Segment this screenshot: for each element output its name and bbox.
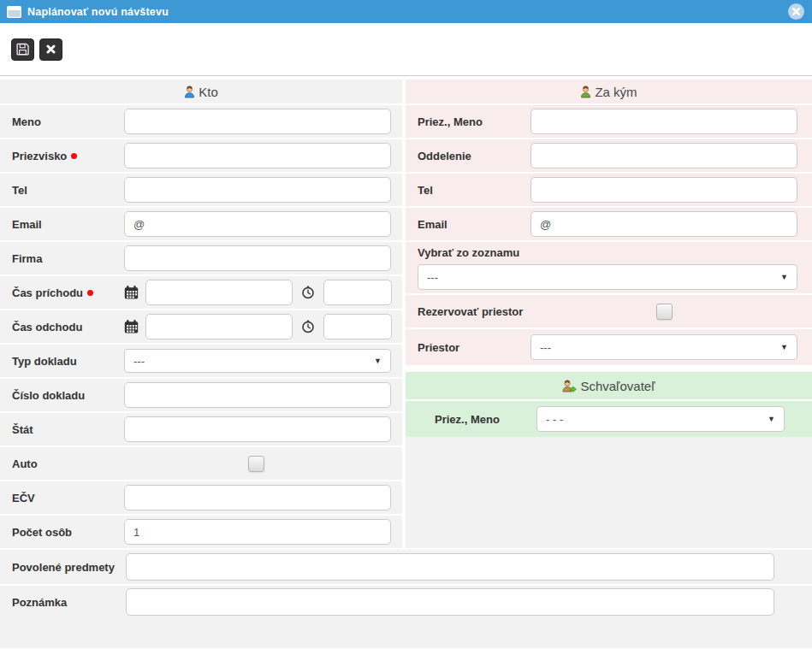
- section-kto: Kto Meno Priezvisko Tel Email: [0, 80, 402, 548]
- cas-prichodu-date-input[interactable]: [145, 280, 293, 305]
- field-row-cislo-dokladu: Číslo dokladu: [0, 377, 402, 411]
- typ-dokladu-label: Typ dokladu: [0, 355, 124, 368]
- required-indicator: [71, 153, 77, 159]
- save-button[interactable]: [11, 38, 34, 61]
- poznamka-label: Poznámka: [0, 596, 126, 609]
- dialog-close-button[interactable]: [788, 3, 804, 20]
- cancel-button[interactable]: [39, 38, 62, 61]
- field-row-priestor: Priestor --- ▼: [406, 327, 812, 365]
- visit-form: Kto Meno Priezvisko Tel Email: [0, 75, 812, 648]
- ecv-label: EČV: [0, 492, 124, 504]
- field-row-meno: Meno: [0, 103, 402, 138]
- kto-title: Kto: [199, 85, 218, 99]
- bottom-section: Povolené predmety Poznámka: [0, 548, 812, 618]
- floppy-disk-icon: [16, 43, 29, 56]
- field-row-priezvisko: Priezvisko: [0, 138, 402, 172]
- field-row-tel: Tel: [0, 172, 402, 206]
- priez-meno-label: Priez., Meno: [406, 115, 530, 128]
- cas-odchodu-date-input[interactable]: [145, 314, 293, 339]
- close-icon: [792, 8, 800, 15]
- field-row-rezervovat-priestor: Rezervovať priestor: [406, 293, 812, 327]
- window-icon: [7, 6, 21, 18]
- field-row-priez-meno: Priez., Meno: [406, 103, 812, 138]
- pocet-osob-label: Počet osôb: [0, 526, 124, 539]
- povolene-predmety-label: Povolené predmety: [0, 561, 126, 574]
- priestor-select[interactable]: --- ▼: [530, 334, 797, 360]
- stat-input[interactable]: [124, 416, 391, 442]
- poznamka-input[interactable]: [126, 588, 774, 616]
- priestor-label: Priestor: [406, 341, 530, 354]
- right-column: Za kým Priez., Meno Oddelenie Tel: [406, 80, 812, 548]
- typ-dokladu-select[interactable]: --- ▼: [124, 349, 391, 373]
- field-row-poznamka: Poznámka: [0, 584, 812, 618]
- field-row-firma: Firma: [0, 240, 402, 274]
- stat-label: Štát: [0, 423, 124, 436]
- tel-label: Tel: [0, 184, 124, 197]
- schedule-visit-dialog: Naplánovať novú návštevu: [0, 0, 812, 649]
- chevron-down-icon: ▼: [780, 343, 797, 351]
- cislo-dokladu-input[interactable]: [124, 382, 391, 408]
- cas-prichodu-time-input[interactable]: [323, 280, 392, 305]
- schvalovatel-title: Schvaľovateľ: [580, 379, 655, 393]
- field-row-stat: Štát: [0, 411, 402, 445]
- ecv-input[interactable]: [124, 485, 391, 510]
- calendar-icon[interactable]: [124, 286, 139, 299]
- field-row-ecv: EČV: [0, 480, 402, 514]
- email-input[interactable]: [124, 211, 391, 237]
- filler: [406, 437, 812, 548]
- field-row-povolene-predmety: Povolené predmety: [0, 550, 812, 584]
- firma-input[interactable]: [124, 245, 391, 271]
- vybrat-zo-zoznamu-select[interactable]: --- ▼: [418, 264, 797, 290]
- pocet-osob-input[interactable]: [124, 519, 391, 545]
- field-row-auto: Auto: [0, 445, 402, 480]
- email-host-label: Email: [406, 218, 530, 231]
- calendar-icon[interactable]: [124, 320, 139, 333]
- povolene-predmety-input[interactable]: [126, 553, 774, 581]
- person-blue-icon: [184, 86, 195, 98]
- oddelenie-label: Oddelenie: [406, 150, 530, 162]
- email-label: Email: [0, 218, 124, 231]
- meno-input[interactable]: [124, 109, 391, 134]
- dialog-title: Naplánovať novú návštevu: [27, 6, 169, 18]
- field-row-pocet-osob: Počet osôb: [0, 514, 402, 548]
- auto-checkbox[interactable]: [248, 456, 264, 472]
- field-row-tel-host: Tel: [406, 172, 812, 206]
- chevron-down-icon: ▼: [780, 273, 797, 281]
- oddelenie-input[interactable]: [530, 143, 797, 168]
- za-kym-title: Za kým: [595, 85, 637, 99]
- person-arrow-icon: [562, 380, 577, 392]
- field-row-cas-prichodu: Čas príchodu: [0, 274, 402, 309]
- divider: [406, 365, 812, 372]
- priezvisko-input[interactable]: [124, 143, 391, 168]
- priez-meno-input[interactable]: [530, 109, 797, 134]
- person-green-icon: [580, 86, 591, 98]
- tel-host-label: Tel: [406, 184, 530, 197]
- field-row-email: Email: [0, 206, 402, 240]
- cislo-dokladu-label: Číslo dokladu: [0, 389, 124, 402]
- field-row-vybrat-zo-zoznamu: Vybrať zo zoznamu --- ▼: [406, 240, 812, 293]
- schvalovatel-priez-meno-select[interactable]: - - - ▼: [536, 406, 785, 432]
- za-kym-header: Za kým: [406, 80, 812, 103]
- x-icon: [46, 44, 56, 54]
- rezervovat-priestor-checkbox[interactable]: [656, 304, 673, 320]
- field-row-cas-odchodu: Čas odchodu: [0, 309, 402, 343]
- schvalovatel-header: Schvaľovateľ: [406, 372, 812, 399]
- chevron-down-icon: ▼: [374, 357, 390, 365]
- chevron-down-icon: ▼: [768, 415, 784, 423]
- toolbar: [0, 23, 812, 75]
- tel-input[interactable]: [124, 177, 391, 203]
- cas-odchodu-label: Čas odchodu: [0, 321, 124, 333]
- email-host-input[interactable]: [530, 211, 797, 237]
- clock-icon[interactable]: [301, 320, 315, 333]
- schvalovatel-priez-meno-label: Priez., Meno: [406, 413, 536, 426]
- field-row-schvalovatel-priez-meno: Priez., Meno - - - ▼: [406, 399, 812, 437]
- kto-header: Kto: [0, 80, 402, 103]
- meno-label: Meno: [0, 115, 124, 128]
- cas-odchodu-time-input[interactable]: [323, 314, 392, 339]
- section-za-kym: Za kým Priez., Meno Oddelenie Tel: [406, 80, 812, 365]
- priezvisko-label: Priezvisko: [12, 150, 67, 162]
- clock-icon[interactable]: [301, 286, 315, 299]
- tel-host-input[interactable]: [530, 177, 797, 203]
- required-indicator: [87, 290, 93, 296]
- schvalovatel-priez-meno-value: - - -: [537, 413, 768, 426]
